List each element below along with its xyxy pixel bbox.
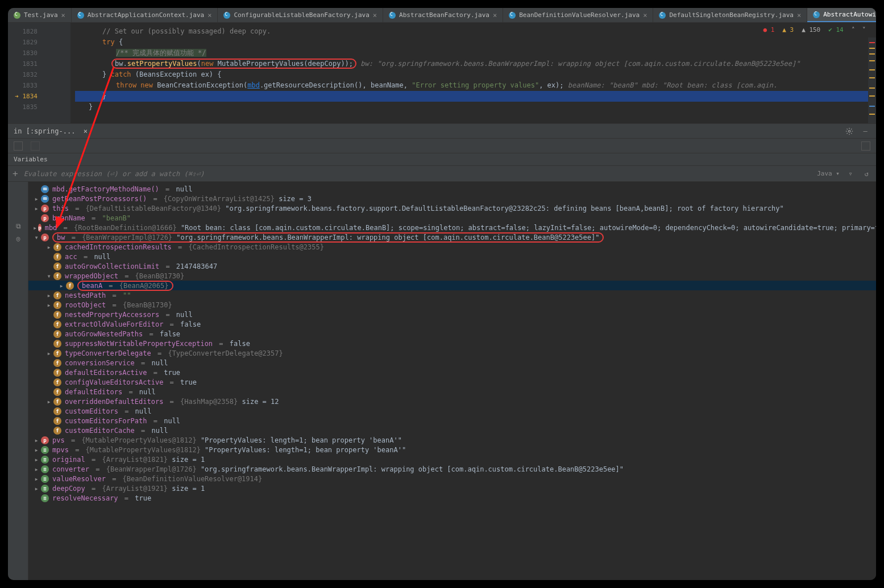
tab-file[interactable]: AbstractBeanFactory.java× <box>383 8 503 22</box>
add-watch-icon[interactable]: + <box>13 168 18 179</box>
variable-row[interactable]: fdefaultEditors = null <box>28 387 876 397</box>
var-kind-icon: f <box>53 417 61 425</box>
evaluate-expression-input[interactable] <box>24 170 812 178</box>
variable-row[interactable]: facc = null <box>28 252 876 261</box>
variable-entry: nestedPath = "" <box>65 291 131 299</box>
language-dropdown[interactable]: Java ▾ <box>817 170 840 177</box>
close-icon[interactable]: × <box>373 11 377 19</box>
code-editor[interactable]: ● 1 ▲ 3 ▲ 150 ✔ 14 ˄ ˅ 182818291830 1831… <box>8 23 876 124</box>
variable-row[interactable]: fcustomEditorsForPath = null <box>28 416 876 426</box>
code-area[interactable]: // Set our (possibly massaged) deep copy… <box>70 23 876 123</box>
expand-arrow-icon[interactable] <box>45 272 52 280</box>
close-icon[interactable]: × <box>207 11 211 19</box>
variable-row[interactable]: fcachedIntrospectionResults = {CachedInt… <box>28 242 876 252</box>
variable-row[interactable]: fconversionService = null <box>28 358 876 368</box>
variable-row[interactable]: ≡valueResolver = {BeanDefinitionValueRes… <box>28 474 876 483</box>
expand-arrow-icon[interactable] <box>33 205 40 212</box>
expand-arrow-icon[interactable] <box>33 436 40 444</box>
close-icon[interactable]: × <box>61 11 65 19</box>
expand-arrow-icon[interactable] <box>33 224 37 232</box>
variable-entry: autoGrowNestedPaths = false <box>65 330 180 338</box>
expand-arrow-icon[interactable] <box>33 475 40 483</box>
expand-arrow-icon[interactable] <box>45 291 52 299</box>
variable-row[interactable]: pmbd = {RootBeanDefinition@1666} "Root b… <box>28 223 876 232</box>
expand-arrow-icon[interactable] <box>33 465 40 473</box>
variables-tree[interactable]: mbd.getFactoryMethodName() = nullgetBean… <box>28 182 876 580</box>
var-kind-icon: ≡ <box>41 446 49 454</box>
tab-file[interactable]: ConfigurableListableBeanFactory.java× <box>218 8 383 22</box>
variable-row[interactable]: fsuppressNotWritablePropertyException = … <box>28 339 876 348</box>
history-icon[interactable]: ↺ <box>861 169 871 179</box>
expand-arrow-icon[interactable] <box>33 446 40 454</box>
debug-session-tab[interactable]: in [:spring-... × <box>14 127 88 135</box>
variable-row[interactable]: frootObject = {BeanB@1730} <box>28 300 876 310</box>
variable-row[interactable]: ≡original = {ArrayList@1821} size = 1 <box>28 454 876 464</box>
variable-row[interactable]: foverriddenDefaultEditors = {HashMap@235… <box>28 397 876 406</box>
variable-row[interactable]: mbd.getFactoryMethodName() = null <box>28 184 876 194</box>
tab-file[interactable]: BeanDefinitionValueResolver.java× <box>503 8 653 22</box>
expand-arrow-icon[interactable] <box>33 233 40 241</box>
view-icon[interactable]: ◎ <box>14 234 23 243</box>
variable-row[interactable]: fnestedPropertyAccessors = null <box>28 310 876 319</box>
tab-file[interactable]: AbstractApplicationContext.java× <box>72 8 218 22</box>
variable-row[interactable]: fnestedPath = "" <box>28 290 876 300</box>
expand-arrow-icon[interactable] <box>33 485 40 493</box>
expand-arrow-icon[interactable] <box>45 398 52 406</box>
expand-arrow-icon[interactable] <box>45 301 52 309</box>
variable-entry: customEditorsForPath = null <box>65 417 180 425</box>
var-kind-icon: f <box>53 407 61 415</box>
variable-row[interactable]: ≡resolveNecessary = true <box>28 493 876 503</box>
variable-row[interactable]: ≡mpvs = {MutablePropertyValues@1812} "Pr… <box>28 445 876 454</box>
close-icon[interactable]: × <box>643 11 647 19</box>
layout-icon[interactable] <box>14 141 23 151</box>
variable-row[interactable]: pbeanName = "beanB" <box>28 213 876 223</box>
variable-row[interactable]: fcustomEditors = null <box>28 406 876 416</box>
error-stripe[interactable] <box>868 37 876 123</box>
variable-row[interactable]: fbeanA = {BeanA@2065} <box>28 281 876 290</box>
variable-row[interactable]: pbw = {BeanWrapperImpl@1726} "org.spring… <box>28 232 876 242</box>
var-kind-icon: f <box>53 359 61 367</box>
variable-entry: mpvs = {MutablePropertyValues@1812} "Pro… <box>52 446 406 454</box>
copy-icon[interactable]: ⧉ <box>14 222 23 231</box>
tab-file[interactable]: Test.java× <box>8 8 72 22</box>
expand-arrow-icon[interactable] <box>33 456 40 464</box>
close-icon[interactable]: × <box>797 11 801 19</box>
variable-entry: getBeanPostProcessors() = {CopyOnWriteAr… <box>52 195 312 203</box>
var-kind-icon: f <box>53 262 61 270</box>
var-kind-icon: f <box>53 253 61 261</box>
close-icon[interactable]: × <box>493 11 497 19</box>
var-kind-icon: ≡ <box>41 494 49 502</box>
variable-row[interactable]: ppvs = {MutablePropertyValues@1812} "Pro… <box>28 435 876 445</box>
variable-entry: bw = {BeanWrapperImpl@1726} "org.springf… <box>52 232 604 243</box>
variable-row[interactable]: pthis = {DefaultListableBeanFactory@1340… <box>28 203 876 213</box>
var-kind-icon: f <box>53 427 61 435</box>
var-kind-icon: f <box>53 340 61 348</box>
expand-arrow-icon[interactable] <box>45 243 52 251</box>
ide-window: Test.java× AbstractApplicationContext.ja… <box>8 8 876 580</box>
file-icon <box>509 12 516 19</box>
variable-row[interactable]: getBeanPostProcessors() = {CopyOnWriteAr… <box>28 194 876 203</box>
gear-icon[interactable] <box>844 126 854 136</box>
layout-icon[interactable] <box>861 141 870 151</box>
var-kind-icon: f <box>53 272 61 280</box>
variable-row[interactable]: fextractOldValueForEditor = false <box>28 319 876 329</box>
tab-file-active[interactable]: AbstractAutowireCapableBeanFactory.java× <box>807 8 876 22</box>
filter-icon[interactable]: ▿ <box>845 169 856 179</box>
minimize-icon[interactable]: — <box>860 126 870 136</box>
variable-entry: resolveNecessary = true <box>52 494 151 502</box>
variable-row[interactable]: ftypeConverterDelegate = {TypeConverterD… <box>28 348 876 358</box>
expand-arrow-icon[interactable] <box>45 349 52 357</box>
expand-arrow-icon[interactable] <box>58 282 65 290</box>
layout-icon[interactable] <box>31 141 40 151</box>
variable-row[interactable]: ≡deepCopy = {ArrayList@1921} size = 1 <box>28 483 876 493</box>
variable-row[interactable]: fautoGrowCollectionLimit = 2147483647 <box>28 261 876 271</box>
tab-file[interactable]: DefaultSingletonBeanRegistry.java× <box>653 8 807 22</box>
variable-row[interactable]: fdefaultEditorsActive = true <box>28 368 876 377</box>
variable-row[interactable]: ≡converter = {BeanWrapperImpl@1726} "org… <box>28 464 876 474</box>
variable-row[interactable]: fconfigValueEditorsActive = true <box>28 377 876 387</box>
fold-gutter[interactable] <box>42 23 70 123</box>
expand-arrow-icon[interactable] <box>33 195 40 203</box>
variable-row[interactable]: fautoGrowNestedPaths = false <box>28 329 876 339</box>
variable-row[interactable]: fwrappedObject = {BeanB@1730} <box>28 271 876 281</box>
variable-row[interactable]: fcustomEditorCache = null <box>28 426 876 435</box>
